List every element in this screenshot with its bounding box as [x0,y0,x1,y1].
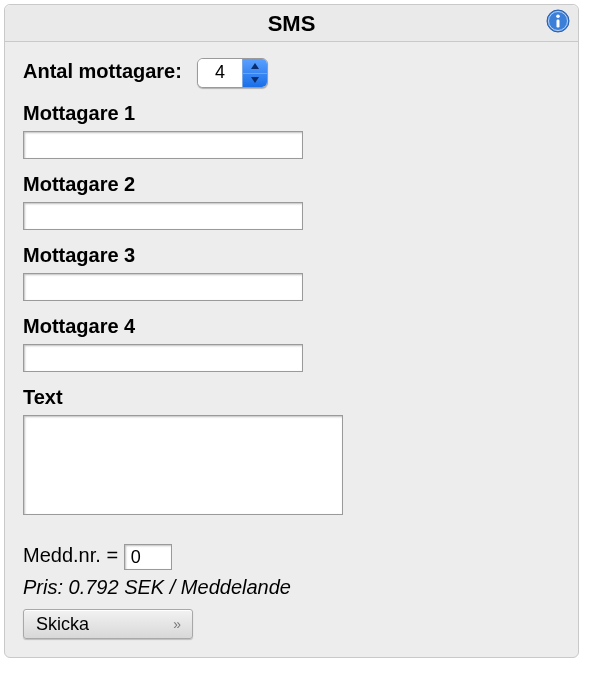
info-icon[interactable] [546,9,570,33]
recipient-4-label: Mottagare 4 [23,315,560,338]
stepper-buttons [242,59,267,87]
send-button[interactable]: Skicka » [23,609,193,639]
recipient-2-input[interactable] [23,202,303,230]
recipients-count-value: 4 [198,59,242,87]
recipient-2-group: Mottagare 2 [23,173,560,230]
panel-title: SMS [268,11,316,36]
svg-point-3 [556,15,560,19]
medd-row: Medd.nr. = [23,544,560,570]
recipient-4-group: Mottagare 4 [23,315,560,372]
stepper-up-button[interactable] [243,59,267,74]
medd-label: Medd.nr. = [23,544,118,566]
svg-rect-2 [557,20,560,28]
chevron-right-icon: » [173,616,178,632]
text-label: Text [23,386,560,409]
recipients-count-row: Antal mottagare: 4 [23,58,560,88]
medd-number-input[interactable] [124,544,172,570]
recipient-3-group: Mottagare 3 [23,244,560,301]
stepper-down-button[interactable] [243,74,267,88]
price-line: Pris: 0.792 SEK / Meddelande [23,576,560,599]
recipient-3-input[interactable] [23,273,303,301]
recipient-1-label: Mottagare 1 [23,102,560,125]
recipient-1-group: Mottagare 1 [23,102,560,159]
recipient-3-label: Mottagare 3 [23,244,560,267]
text-group: Text [23,386,560,520]
message-text-input[interactable] [23,415,343,515]
chevron-up-icon [251,63,259,69]
send-button-label: Skicka [36,614,89,634]
recipient-1-input[interactable] [23,131,303,159]
recipients-count-label: Antal mottagare: [23,60,182,83]
recipients-count-stepper[interactable]: 4 [197,58,268,88]
chevron-down-icon [251,77,259,83]
panel-content: Antal mottagare: 4 Mottagare 1 Mottagare… [5,42,578,657]
recipient-2-label: Mottagare 2 [23,173,560,196]
recipient-4-input[interactable] [23,344,303,372]
sms-panel: SMS Antal mottagare: 4 Mottagare 1 [4,4,579,658]
title-bar: SMS [5,5,578,42]
